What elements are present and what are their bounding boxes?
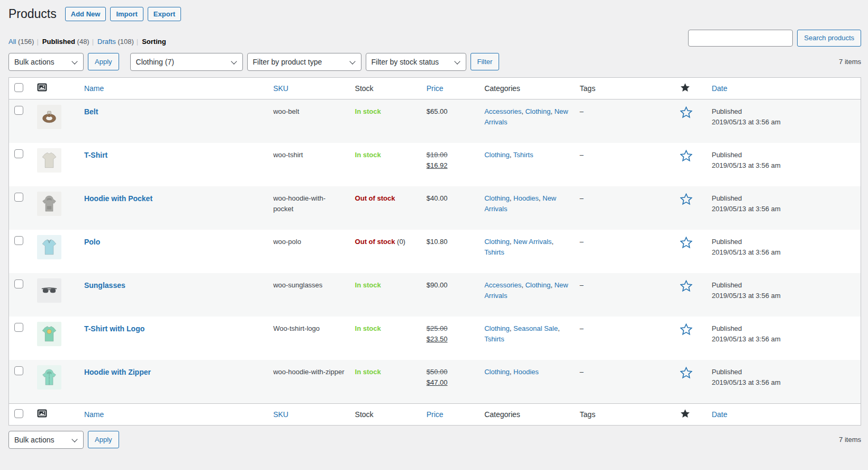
category-link[interactable]: Clothing bbox=[525, 107, 550, 115]
category-link[interactable]: Accessories bbox=[484, 281, 521, 289]
category-link[interactable]: Clothing bbox=[484, 324, 510, 332]
category-filter-select[interactable]: Clothing (7) bbox=[130, 53, 243, 71]
row-checkbox[interactable] bbox=[14, 106, 23, 115]
sunglasses-thumbnail[interactable] bbox=[37, 278, 61, 303]
row-checkbox[interactable] bbox=[14, 279, 23, 288]
search-products-button[interactable]: Search products bbox=[797, 30, 861, 47]
product-name-link[interactable]: Hoodie with Zipper bbox=[84, 368, 151, 376]
select-all-checkbox[interactable] bbox=[14, 409, 23, 418]
belt-thumbnail[interactable] bbox=[37, 105, 61, 129]
view-filter-published: Published (48) bbox=[34, 38, 89, 46]
row-checkbox[interactable] bbox=[14, 323, 23, 332]
apply-button-bottom[interactable]: Apply bbox=[88, 431, 119, 448]
featured-star-toggle[interactable] bbox=[680, 237, 692, 249]
category-link[interactable]: Tshirts bbox=[484, 248, 504, 256]
row-checkbox[interactable] bbox=[14, 236, 23, 245]
category-link[interactable]: Tshirts bbox=[513, 151, 534, 159]
category-link[interactable]: Clothing bbox=[484, 368, 510, 376]
search-input[interactable] bbox=[688, 30, 793, 47]
image-column-icon bbox=[37, 409, 47, 418]
hoodie-zipper-thumbnail[interactable] bbox=[37, 365, 61, 390]
stock-count: (0) bbox=[397, 238, 405, 246]
view-current[interactable]: Sorting bbox=[142, 38, 166, 46]
sort-by-price[interactable]: Price bbox=[427, 84, 444, 93]
stock-status: In stock bbox=[355, 324, 381, 332]
row-checkbox[interactable] bbox=[14, 366, 23, 375]
row-checkbox[interactable] bbox=[14, 193, 23, 202]
featured-star-toggle[interactable] bbox=[680, 323, 692, 336]
category-link[interactable]: Tshirts bbox=[484, 335, 504, 343]
search-box: Search products bbox=[688, 30, 861, 47]
apply-button[interactable]: Apply bbox=[88, 53, 119, 70]
sort-by-date[interactable]: Date bbox=[712, 84, 728, 93]
category-link[interactable]: Clothing bbox=[484, 151, 510, 159]
select-all-checkbox[interactable] bbox=[14, 83, 23, 92]
category-link[interactable]: Clothing bbox=[484, 194, 510, 202]
category-link[interactable]: Seasonal Sale bbox=[513, 324, 558, 332]
category-link[interactable]: Accessories bbox=[484, 107, 521, 115]
import-button[interactable]: Import bbox=[110, 7, 143, 21]
sort-by-sku[interactable]: SKU bbox=[273, 410, 288, 419]
tablenav-bottom: Bulk actions Apply 7 items bbox=[8, 431, 861, 459]
product-sku: Woo-tshirt-logo bbox=[273, 324, 320, 332]
product-name-link[interactable]: Belt bbox=[84, 107, 98, 116]
product-name-link[interactable]: T-Shirt bbox=[84, 151, 107, 159]
bulk-actions-select-wrap-bottom: Bulk actions bbox=[8, 431, 84, 449]
product-price-cell: $10.80 bbox=[421, 230, 479, 273]
sort-by-name[interactable]: Name bbox=[84, 410, 104, 419]
product-tags: – bbox=[580, 324, 583, 332]
product-name-link[interactable]: Sunglasses bbox=[84, 281, 125, 290]
category-link[interactable]: Clothing bbox=[484, 238, 510, 246]
category-link[interactable]: Clothing bbox=[525, 281, 550, 289]
row-checkbox[interactable] bbox=[14, 149, 23, 158]
view-current[interactable]: Published bbox=[42, 38, 75, 46]
product-type-filter-select[interactable]: Filter by product type bbox=[247, 53, 361, 71]
tshirt-thumbnail[interactable] bbox=[37, 148, 61, 173]
product-name-link[interactable]: T-Shirt with Logo bbox=[84, 324, 144, 333]
sort-by-name[interactable]: Name bbox=[84, 84, 104, 93]
featured-star-toggle[interactable] bbox=[680, 150, 692, 162]
view-filter-list: All (156)Published (48)Drafts (108)Sorti… bbox=[8, 38, 166, 46]
views-row: All (156)Published (48)Drafts (108)Sorti… bbox=[8, 30, 861, 47]
products-admin-page: Products Add New Import Export All (156)… bbox=[0, 0, 868, 459]
items-count-bottom: 7 items bbox=[839, 436, 861, 444]
product-tags: – bbox=[580, 194, 583, 202]
category-link[interactable]: Hoodies bbox=[513, 194, 539, 202]
bulk-actions-select-bottom[interactable]: Bulk actions bbox=[8, 431, 84, 449]
featured-star-toggle[interactable] bbox=[680, 193, 692, 205]
product-categories: Accessories, Clothing, New Arrivals bbox=[479, 273, 574, 317]
view-link[interactable]: All bbox=[8, 38, 16, 46]
filter-button[interactable]: Filter bbox=[471, 53, 500, 70]
bulk-actions-select[interactable]: Bulk actions bbox=[8, 53, 84, 71]
product-sku: woo-tshirt bbox=[273, 151, 303, 159]
product-sku: woo-hoodie-with-pocket bbox=[273, 194, 326, 213]
publish-datetime: 2019/05/13 at 3:56 am bbox=[712, 335, 781, 343]
product-categories: Clothing, Tshirts bbox=[479, 143, 574, 186]
view-link[interactable]: Drafts bbox=[97, 38, 116, 46]
featured-star-toggle[interactable] bbox=[680, 106, 692, 119]
product-name-link[interactable]: Hoodie with Pocket bbox=[84, 194, 152, 203]
product-name-link[interactable]: Polo bbox=[84, 238, 100, 246]
stock-status: In stock bbox=[355, 368, 381, 376]
stock-status-filter-select[interactable]: Filter by stock status bbox=[366, 53, 466, 71]
product-price-cell: $65.00 bbox=[421, 100, 479, 143]
category-link[interactable]: New Arrivals bbox=[513, 238, 551, 246]
sort-by-sku[interactable]: SKU bbox=[273, 84, 288, 93]
polo-thumbnail[interactable] bbox=[37, 235, 61, 259]
product-price-cell: $18.00$16.92 bbox=[421, 143, 479, 186]
add-new-button[interactable]: Add New bbox=[65, 7, 106, 21]
export-button[interactable]: Export bbox=[148, 7, 181, 21]
sort-by-price[interactable]: Price bbox=[427, 410, 444, 419]
items-count-top: 7 items bbox=[839, 58, 861, 66]
featured-star-toggle[interactable] bbox=[680, 367, 692, 379]
category-link[interactable]: Hoodies bbox=[513, 368, 539, 376]
tshirt-logo-thumbnail[interactable] bbox=[37, 322, 61, 346]
sort-by-date[interactable]: Date bbox=[712, 410, 728, 419]
page-header: Products Add New Import Export bbox=[8, 6, 861, 22]
product-price-cell: $25.00$23.50 bbox=[421, 317, 479, 360]
view-filter-all: All (156) bbox=[8, 38, 34, 46]
publish-datetime: 2019/05/13 at 3:56 am bbox=[712, 248, 781, 256]
product-tags: – bbox=[580, 151, 583, 159]
featured-star-toggle[interactable] bbox=[680, 280, 692, 292]
hoodie-thumbnail[interactable] bbox=[37, 192, 61, 216]
